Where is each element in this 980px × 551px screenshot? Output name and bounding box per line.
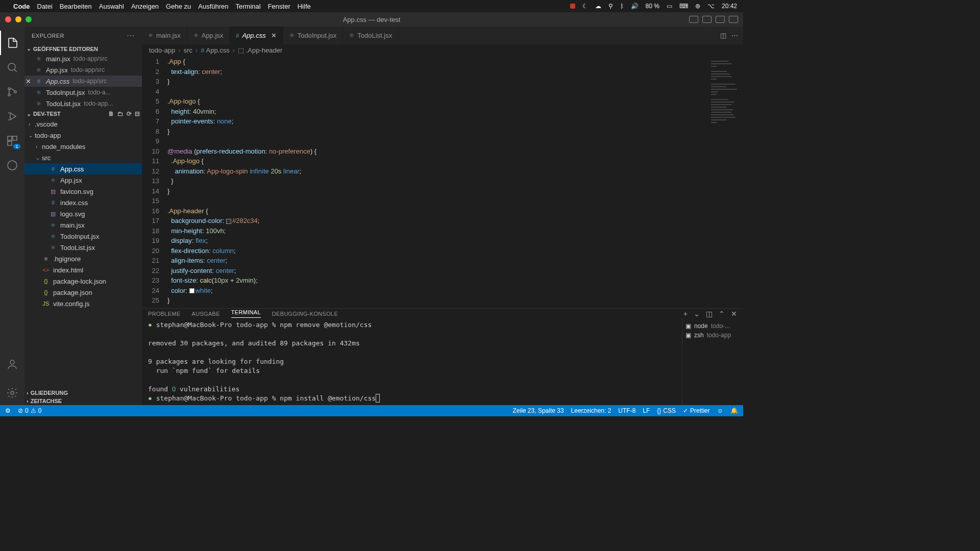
outline-header[interactable]: › GLIEDERUNG [24,389,142,397]
activity-extensions[interactable]: 1 [0,129,24,153]
window-close-button[interactable] [5,16,11,22]
activity-account[interactable] [0,352,24,377]
tree-file[interactable]: {}package.json [24,287,142,298]
terminal-session[interactable]: ▣zshtodo-app [685,331,740,340]
open-editors-header[interactable]: ⌄ GEÖFFNETE EDITOREN [24,44,142,53]
app-name[interactable]: Code [13,3,30,10]
open-editor-item[interactable]: ⚛TodoList.jsxtodo-app... [24,98,142,109]
breadcrumb-item[interactable]: # App.css [201,46,229,54]
clock[interactable]: 20:42 [722,3,737,10]
remote-indicator[interactable]: ⚙ [5,407,11,414]
breadcrumb[interactable]: todo-app›src›# App.css›⬚ .App-header [142,44,743,56]
tree-file[interactable]: #index.css [24,197,142,208]
tree-file[interactable]: ≡.hgignore [24,253,142,264]
panel-tab[interactable]: DEBUGGING-KONSOLE [272,311,338,317]
menu-item[interactable]: Terminal [236,3,261,10]
split-terminal-icon[interactable]: ◫ [706,310,713,318]
activity-debug[interactable] [0,104,24,129]
language-mode[interactable]: {} CSS [657,407,676,414]
menu-item[interactable]: Gehe zu [166,3,191,10]
terminal-session[interactable]: ▣nodetodo-... [685,321,740,331]
maximize-panel-icon[interactable]: ⌃ [719,310,725,318]
panel-tab[interactable]: PROBLEME [148,311,181,317]
menu-item[interactable]: Anzeigen [131,3,159,10]
encoding[interactable]: UTF-8 [618,407,635,414]
bluetooth-icon[interactable]: ᛒ [620,3,624,10]
recording-indicator-icon[interactable] [570,4,575,9]
panel-tab[interactable]: AUSGABE [192,311,220,317]
eol[interactable]: LF [643,407,650,414]
tree-file[interactable]: ▨logo.svg [24,208,142,219]
battery-percent[interactable]: 80 % [646,3,659,10]
spotlight-icon[interactable]: ⚲ [608,3,613,10]
terminal-dropdown-icon[interactable]: ⌄ [694,310,700,318]
panel-tab[interactable]: TERMINAL [231,309,261,318]
tree-file[interactable]: #App.css [24,163,142,174]
activity-remote[interactable] [0,153,24,178]
toggle-panel-bottom-icon[interactable] [702,16,712,23]
workspace-header[interactable]: ⌄ DEV-TEST 🗎 🗀 ⟳ ⊟ [24,109,142,118]
activity-search[interactable] [0,55,24,80]
tree-file[interactable]: <>index.html [24,264,142,276]
code-editor[interactable]: .App { text-align: center;} .App-logo { … [167,56,707,308]
close-panel-icon[interactable]: ✕ [731,310,737,318]
sidebar-more-icon[interactable]: ⋯ [127,31,135,40]
menu-item[interactable]: Bearbeiten [60,3,92,10]
menu-item[interactable]: Ausführen [198,3,228,10]
problems-indicator[interactable]: ⊘ 0 ⚠ 0 [18,407,41,414]
terminal[interactable]: ● stephan@MacBook-Pro todo-app % npm rem… [142,318,682,405]
activity-explorer[interactable] [0,31,24,55]
new-folder-icon[interactable]: 🗀 [117,110,124,117]
tree-file[interactable]: ⚛App.jsx [24,174,142,186]
editor-more-icon[interactable]: ⋯ [731,32,738,39]
window-maximize-button[interactable] [26,16,32,22]
split-editor-icon[interactable]: ◫ [720,32,726,39]
tree-file[interactable]: ⚛main.jsx [24,219,142,231]
tree-file[interactable]: ⚛TodoInput.jsx [24,231,142,242]
minimap[interactable] [707,56,743,308]
keyboard-icon[interactable]: ⌨ [679,3,688,10]
open-editor-item[interactable]: ⚛main.jsxtodo-app/src [24,53,142,64]
wifi-icon[interactable]: ⊚ [695,3,700,10]
prettier-status[interactable]: ✓ Prettier [683,407,710,414]
menu-item[interactable]: Datei [37,3,53,10]
refresh-icon[interactable]: ⟳ [127,110,132,117]
feedback-icon[interactable]: ☺ [717,407,723,414]
battery-icon[interactable]: ▭ [667,3,672,10]
open-editor-item[interactable]: ⚛TodoInput.jsxtodo-a... [24,87,142,98]
open-editor-item[interactable]: ✕#App.csstodo-app/src [24,76,142,87]
open-editor-item[interactable]: ⚛App.jsxtodo-app/src [24,64,142,76]
toggle-panel-left-icon[interactable] [689,16,698,23]
menu-item[interactable]: Hilfe [298,3,311,10]
toggle-panel-right-icon[interactable] [716,16,725,23]
tree-file[interactable]: ▨favicon.svg [24,186,142,197]
window-minimize-button[interactable] [15,16,21,22]
menu-item[interactable]: Fenster [268,3,290,10]
new-file-icon[interactable]: 🗎 [108,110,114,117]
cloud-icon[interactable]: ☁ [595,3,601,10]
menu-item[interactable]: Auswahl [99,3,124,10]
editor-tab[interactable]: ⚛TodoInput.jsx [283,27,344,44]
editor-tab[interactable]: #App.css✕ [230,27,283,44]
breadcrumb-item[interactable]: src [184,46,192,54]
cursor-position[interactable]: Zeile 23, Spalte 33 [513,407,564,414]
breadcrumb-item[interactable]: ⬚ .App-header [238,46,282,54]
close-icon[interactable]: ✕ [26,78,34,85]
tree-folder[interactable]: ⌄todo-app [24,130,142,141]
tree-folder[interactable]: ›.vscode [24,118,142,130]
notifications-icon[interactable]: 🔔 [730,407,738,414]
activity-settings[interactable] [0,381,24,405]
indentation[interactable]: Leerzeichen: 2 [571,407,611,414]
editor-tab[interactable]: ⚛TodoList.jsx [343,27,399,44]
volume-icon[interactable]: 🔊 [631,3,639,10]
tree-folder[interactable]: ⌄src [24,152,142,163]
tree-folder[interactable]: ›node_modules [24,141,142,152]
close-icon[interactable]: ✕ [271,32,277,39]
collapse-icon[interactable]: ⊟ [135,110,140,117]
editor-tab[interactable]: ⚛App.jsx [187,27,230,44]
tree-file[interactable]: ⚛TodoList.jsx [24,242,142,253]
timeline-header[interactable]: › ZEITACHSE [24,397,142,405]
breadcrumb-item[interactable]: todo-app [149,46,175,54]
editor-tab[interactable]: ⚛main.jsx [142,27,187,44]
customize-layout-icon[interactable] [729,16,738,23]
